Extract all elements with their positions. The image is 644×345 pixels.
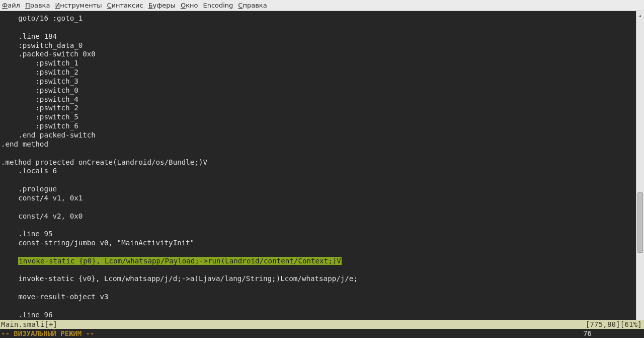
code-line: :pswitch_data_0 bbox=[1, 41, 636, 50]
status-bar-file: Main.smali[+] [775,80][61%] bbox=[0, 320, 644, 329]
code-line: .line 184 bbox=[1, 32, 636, 41]
status-column: 76 bbox=[583, 329, 592, 337]
code-line: :pswitch_4 bbox=[1, 95, 636, 104]
code-line: .line 96 bbox=[1, 311, 636, 320]
code-line: :pswitch_3 bbox=[1, 77, 636, 86]
code-line bbox=[1, 248, 636, 257]
code-line bbox=[1, 23, 636, 32]
code-line: .line 95 bbox=[1, 230, 636, 239]
code-line: :pswitch_1 bbox=[1, 59, 636, 68]
scroll-up-icon[interactable]: ▴ bbox=[636, 11, 644, 19]
menu-buffers[interactable]: Буферы bbox=[148, 2, 176, 9]
menu-encoding[interactable]: Encoding bbox=[203, 2, 233, 9]
menu-help[interactable]: Справка bbox=[238, 2, 267, 9]
code-line bbox=[1, 266, 636, 275]
code-editor[interactable]: goto/16 :goto_1 .line 184 :pswitch_data_… bbox=[0, 11, 636, 338]
status-mode-text: -- ВИЗУАЛЬНЫЙ РЕЖИМ -- bbox=[1, 329, 94, 337]
code-line bbox=[1, 221, 636, 230]
scrollbar-vertical[interactable]: ▴ ▾ bbox=[636, 11, 644, 338]
code-line: const-string/jumbo v0, "MainActivityInit… bbox=[1, 239, 636, 248]
code-line: .end method bbox=[1, 140, 636, 149]
menu-window[interactable]: Окно bbox=[181, 2, 198, 9]
status-filename: Main.smali[+] bbox=[1, 320, 57, 328]
code-line: invoke-static {v0}, Lcom/whatsapp/j/d;->… bbox=[1, 274, 636, 284]
code-line: .locals 6 bbox=[1, 167, 636, 176]
highlighted-selection: invoke-static {p0}, Lcom/whatsapp/Payloa… bbox=[18, 257, 342, 265]
code-line: :pswitch_6 bbox=[1, 122, 636, 131]
code-line bbox=[1, 176, 636, 185]
code-line: :pswitch_2 bbox=[1, 68, 636, 77]
status-bar-mode: -- ВИЗУАЛЬНЫЙ РЕЖИМ -- 76 bbox=[0, 329, 644, 338]
menu-syntax[interactable]: Синтаксис bbox=[107, 2, 143, 9]
code-line bbox=[1, 149, 636, 158]
code-line bbox=[1, 203, 636, 212]
code-line: .method protected onCreate(Landroid/os/B… bbox=[1, 158, 636, 167]
menu-file[interactable]: Файл bbox=[2, 2, 20, 9]
code-line bbox=[1, 284, 636, 293]
code-line: const/4 v1, 0x1 bbox=[1, 194, 636, 203]
scrollbar-thumb[interactable] bbox=[637, 192, 643, 253]
code-line: :pswitch_0 bbox=[1, 86, 636, 95]
code-line: .prologue bbox=[1, 185, 636, 194]
code-line bbox=[1, 302, 636, 311]
code-line: :pswitch_2 bbox=[1, 104, 636, 113]
code-line: .end packed-switch bbox=[1, 131, 636, 140]
bottom-gap bbox=[0, 338, 644, 345]
menubar: Файл Правка Инструменты Синтаксис Буферы… bbox=[0, 0, 644, 11]
status-position: [775,80][61%] bbox=[586, 320, 642, 328]
code-line: invoke-static {p0}, Lcom/whatsapp/Payloa… bbox=[1, 257, 636, 266]
code-line: .packed-switch 0x0 bbox=[1, 50, 636, 59]
menu-tools[interactable]: Инструменты bbox=[55, 2, 102, 9]
code-line: :pswitch_5 bbox=[1, 113, 636, 122]
code-line: move-result-object v3 bbox=[1, 293, 636, 302]
menu-edit[interactable]: Правка bbox=[25, 2, 50, 9]
code-line: goto/16 :goto_1 bbox=[1, 14, 636, 23]
code-line: const/4 v2, 0x0 bbox=[1, 212, 636, 221]
